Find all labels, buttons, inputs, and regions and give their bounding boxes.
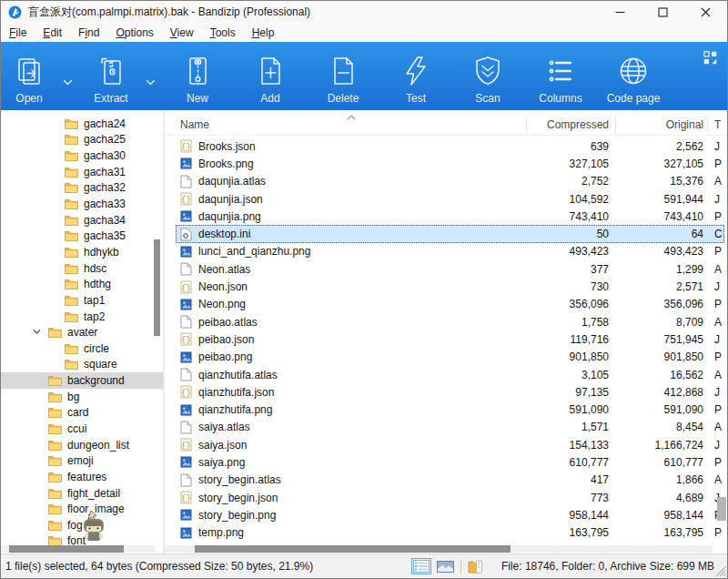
customize-grid-icon[interactable]: [703, 51, 717, 65]
file-row[interactable]: story_begin.png 958,144 958,144 P: [176, 506, 724, 523]
file-compressed-size: 163,795: [521, 526, 609, 539]
file-row[interactable]: saiya.atlas 1,571 8,454 A: [176, 419, 724, 436]
sidebar-item-card[interactable]: card: [1, 405, 163, 422]
sidebar-item-gacha35[interactable]: gacha35: [1, 228, 163, 244]
close-button[interactable]: [684, 1, 727, 24]
file-row[interactable]: {} saiya.json 154,133 1,166,724 J: [176, 436, 724, 453]
sidebar-item-background[interactable]: background: [1, 372, 163, 389]
maximize-button[interactable]: [642, 1, 684, 24]
column-header-original[interactable]: Original: [616, 118, 703, 131]
menu-item[interactable]: File: [3, 25, 36, 42]
file-compressed-size: 639: [521, 140, 609, 153]
sidebar-item-hdsc[interactable]: hdsc: [1, 260, 163, 277]
titlebar[interactable]: 盲盒派对(com.palmpi.matrix).bak - Bandizip (…: [1, 1, 727, 24]
file-row[interactable]: {} story_begin.json 773 4,689 J: [176, 489, 724, 506]
sidebar-item-gacha32[interactable]: gacha32: [1, 180, 163, 197]
extract-dropdown-chevron-icon[interactable]: [146, 79, 156, 86]
sidebar-item-hdthg[interactable]: hdthg: [1, 276, 163, 292]
file-row[interactable]: story_begin.atlas 417 1,866 A: [176, 472, 724, 489]
file-row[interactable]: {} Brooks.json 639 2,562 J: [176, 137, 724, 155]
file-row[interactable]: desktop.ini 50 64 C: [176, 225, 724, 242]
menu-item[interactable]: Help: [246, 25, 285, 42]
sidebar-item-gacha30[interactable]: gacha30: [1, 147, 163, 164]
file-row[interactable]: lunci_and_qianzhu.png 493,423 493,423 P: [176, 243, 724, 260]
delete-button[interactable]: Delete: [316, 54, 370, 105]
extract-button[interactable]: Extract: [84, 54, 138, 105]
file-row[interactable]: daqunjia.atlas 2,752 15,376 A: [176, 173, 724, 190]
sidebar-item-gacha34[interactable]: gacha34: [1, 212, 163, 229]
sidebar-item-features[interactable]: features: [1, 469, 163, 485]
file-row[interactable]: {} Neon.json 730 2,571 J: [176, 278, 724, 295]
columns-button[interactable]: Columns: [528, 54, 593, 105]
menu-item[interactable]: Find: [72, 25, 109, 42]
sidebar-item-tap2[interactable]: tap2: [1, 309, 163, 325]
sidebar-item-avater[interactable]: avater: [1, 324, 163, 340]
resize-grip[interactable]: [715, 566, 726, 577]
file-row[interactable]: {} qianzhutifa.json 97,135 412,868 J: [176, 383, 724, 401]
json-file-icon: {}: [180, 139, 193, 153]
sidebar-item-bg[interactable]: bg: [1, 389, 163, 405]
column-divider[interactable]: [526, 117, 527, 133]
sidebar-item-gacha31[interactable]: gacha31: [1, 164, 163, 180]
sidebar-item-fight_detail[interactable]: fight_detail: [1, 485, 163, 502]
file-row[interactable]: daqunjia.png 743,410 743,410 P: [176, 208, 724, 225]
sidebar-item-fog[interactable]: fog: [1, 517, 163, 533]
sidebar-horizontal-scrollbar-thumb[interactable]: [9, 545, 124, 553]
column-header-type[interactable]: T: [714, 118, 721, 131]
test-button[interactable]: Test: [389, 54, 443, 105]
column-divider[interactable]: [615, 117, 616, 133]
sidebar-item-gacha33[interactable]: gacha33: [1, 196, 163, 212]
file-row[interactable]: peibao.png 901,850 901,850 P: [176, 349, 724, 366]
open-button[interactable]: Open: [3, 54, 56, 105]
folder-tree-panel: gacha24 gacha25 gacha30: [1, 110, 163, 554]
preview-pane-button[interactable]: [437, 561, 454, 573]
sidebar-item-ccui[interactable]: ccui: [1, 421, 163, 437]
file-row[interactable]: peibao.atlas 1,758 8,709 A: [176, 313, 724, 330]
new-button[interactable]: New: [170, 54, 225, 105]
column-header-compressed[interactable]: Compressed: [527, 118, 609, 131]
file-row[interactable]: saiya.png 610,777 610,777 P: [176, 453, 724, 471]
menu-item[interactable]: Edit: [36, 25, 72, 42]
filelist-horizontal-scrollbar-thumb[interactable]: [195, 545, 511, 553]
file-compressed-size: 610,777: [521, 456, 609, 469]
sidebar-item-gacha24[interactable]: gacha24: [1, 116, 163, 132]
file-row[interactable]: qianzhutifa.atlas 3,105 16,562 A: [176, 366, 724, 383]
file-row[interactable]: temp.png 163,795 163,795 P: [176, 524, 724, 542]
sidebar-item-tap1[interactable]: tap1: [1, 292, 163, 309]
sidebar-item-circle[interactable]: circle: [1, 340, 163, 357]
sidebar-item-gacha25[interactable]: gacha25: [1, 132, 163, 148]
details-view-button[interactable]: [412, 559, 430, 574]
folder-name: emoji: [67, 454, 94, 467]
file-row[interactable]: Brooks.png 327,105 327,105 P: [176, 155, 724, 172]
sidebar-item-dungeon_list[interactable]: dungeon_list: [1, 437, 163, 453]
file-row[interactable]: {} peibao.json 119,716 751,945 J: [176, 330, 724, 348]
folder-name: avater: [67, 326, 97, 339]
statusbar: 1 file(s) selected, 64 bytes (Compressed…: [1, 554, 727, 578]
sidebar-horizontal-scrollbar[interactable]: [1, 545, 156, 553]
file-compressed-size: 119,716: [521, 333, 609, 346]
sidebar-vertical-scrollbar-thumb[interactable]: [154, 239, 160, 336]
sidebar-item-floor_image[interactable]: floor_image: [1, 501, 163, 517]
open-dropdown-chevron-icon[interactable]: [63, 79, 73, 86]
sidebar-item-square[interactable]: square: [1, 357, 163, 373]
codepage-button[interactable]: Code page: [597, 54, 670, 105]
menu-item[interactable]: Tools: [204, 25, 246, 42]
column-divider[interactable]: [707, 117, 708, 133]
menu-item[interactable]: Options: [109, 25, 163, 42]
minimize-button[interactable]: [599, 1, 642, 24]
file-row[interactable]: Neon.atlas 377 1,299 A: [176, 260, 724, 278]
chevron-down-icon[interactable]: [33, 329, 41, 335]
sidebar-item-hdhykb[interactable]: hdhykb: [1, 244, 163, 260]
file-row[interactable]: {} daqunjia.json 104,592 591,944 J: [176, 190, 724, 208]
file-row[interactable]: Neon.png 356,096 356,096 P: [176, 296, 724, 313]
file-original-size: 16,562: [616, 369, 703, 381]
scan-button[interactable]: Scan: [460, 54, 515, 105]
archive-folder-button[interactable]: [468, 560, 483, 574]
filelist-horizontal-scrollbar[interactable]: [165, 545, 713, 553]
column-header-name[interactable]: Name: [180, 118, 209, 131]
file-row[interactable]: qianzhutifa.png 591,090 591,090 P: [176, 401, 724, 418]
filelist-vertical-scrollbar-thumb[interactable]: [717, 497, 726, 521]
add-button[interactable]: Add: [243, 54, 298, 105]
menu-item[interactable]: View: [164, 25, 204, 42]
sidebar-item-emoji[interactable]: emoji: [1, 452, 163, 469]
